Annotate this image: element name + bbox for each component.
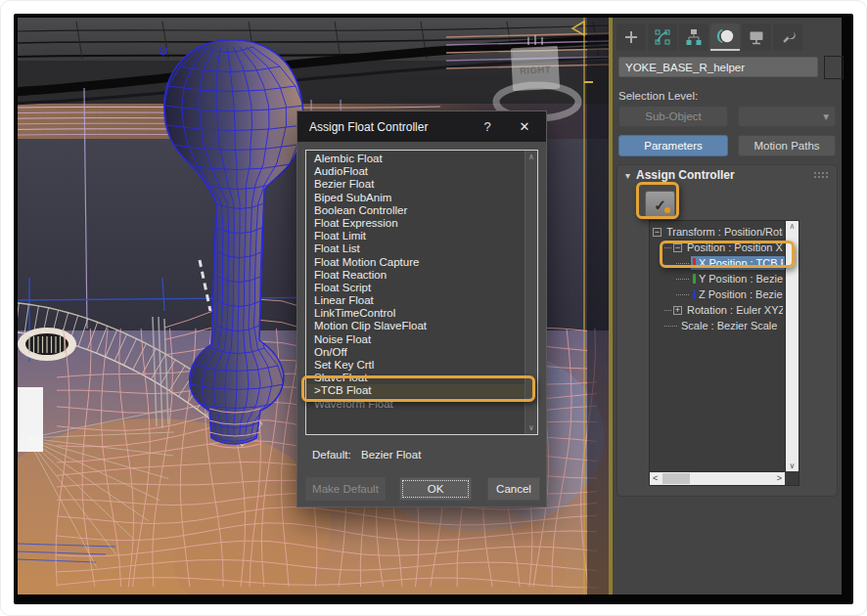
hscroll-thumb[interactable] — [662, 473, 690, 484]
scroll-up-icon[interactable]: ∧ — [786, 222, 799, 231]
tree-item-label: Y Position : Bezier Float — [699, 273, 783, 285]
axis-color-marker — [693, 274, 696, 284]
axis-color-marker — [693, 289, 696, 299]
list-item[interactable]: Linear Float — [306, 294, 525, 307]
tree-item[interactable]: Y Position : Bezier Float — [650, 271, 785, 286]
chevron-down-icon: ▾ — [823, 110, 829, 123]
controller-list: Alembic FloatAudioFloatBezier FloatBiped… — [305, 150, 538, 435]
list-item[interactable]: Float Limit — [306, 230, 525, 242]
tree-item-label: Scale : Bezier Scale — [681, 320, 777, 331]
assign-float-controller-dialog: Assign Float Controller ? ✕ Alembic Floa… — [297, 110, 547, 507]
object-color-swatch[interactable] — [824, 56, 844, 79]
list-item[interactable]: Set Key Crtl — [306, 359, 525, 372]
tree-item-label: Position : Position XYZ — [687, 242, 783, 253]
cancel-button[interactable]: Cancel — [487, 477, 540, 501]
tree-item[interactable]: Z Position : Bezier Float — [650, 286, 785, 302]
list-vscrollbar[interactable]: ∧ ∨ — [525, 151, 537, 434]
list-item[interactable]: Boolean Controller — [306, 204, 525, 217]
tree-item[interactable]: −Position : Position XYZ — [650, 240, 785, 255]
parameters-button[interactable]: Parameters — [618, 135, 728, 156]
ok-button[interactable]: OK — [399, 477, 472, 501]
list-item[interactable]: Float Motion Capture — [306, 256, 525, 269]
list-item[interactable]: Noise Float — [306, 333, 525, 346]
object-name-field[interactable] — [618, 57, 818, 77]
minus-expander-icon[interactable]: − — [673, 243, 682, 252]
assign-controller-button[interactable]: ✓ — [645, 191, 675, 218]
close-button[interactable]: ✕ — [515, 119, 534, 134]
list-item[interactable]: Float List — [306, 242, 525, 255]
controller-tree-rows: −Transform : Position/Rotation/Scale−Pos… — [650, 221, 785, 471]
tab-modify[interactable] — [648, 23, 677, 51]
tree-hscrollbar[interactable]: < > — [650, 471, 785, 485]
tree-item[interactable]: X Position : TCB Float — [650, 255, 785, 271]
plus-icon — [622, 28, 640, 46]
list-item[interactable]: Biped SubAnim — [306, 192, 525, 204]
list-item[interactable]: Alembic Float — [306, 153, 525, 165]
list-item[interactable]: Float Expression — [306, 217, 525, 230]
scrollbar-corner — [785, 471, 799, 485]
tree-item[interactable]: −Transform : Position/Rotation/Scale — [650, 224, 785, 240]
dialog-titlebar[interactable]: Assign Float Controller ? ✕ — [297, 111, 546, 142]
controller-list-items: Alembic FloatAudioFloatBezier FloatBiped… — [306, 153, 525, 411]
list-item[interactable]: >TCB Float — [306, 384, 525, 397]
dialog-title: Assign Float Controller — [309, 120, 428, 134]
sub-object-button[interactable]: Sub-Object — [618, 106, 728, 127]
list-item[interactable]: Motion Clip SlaveFloat — [306, 320, 525, 332]
selection-level-dropdown[interactable]: ▾ — [738, 106, 836, 127]
rollout-header[interactable]: ▾ Assign Controller — [617, 165, 837, 185]
display-icon — [748, 28, 765, 46]
controller-tree: −Transform : Position/Rotation/Scale−Pos… — [649, 220, 799, 486]
minus-expander-icon[interactable]: − — [653, 228, 662, 237]
wrench-icon — [779, 28, 797, 46]
tab-display[interactable] — [742, 23, 771, 51]
motion-icon — [715, 27, 735, 45]
scroll-up-icon[interactable]: ∧ — [525, 153, 537, 161]
tree-item-label: Rotation : Euler XYZ — [687, 304, 783, 316]
command-panel: Selection Level: Sub-Object ▾ Parameters… — [613, 18, 842, 594]
scroll-left-icon[interactable]: < — [653, 473, 658, 483]
default-row: Default: Bezier Float — [312, 449, 421, 461]
tree-item-label: X Position : TCB Float — [699, 257, 783, 269]
assign-controller-rollout: ▾ Assign Controller ✓ −Transform : Posit… — [616, 164, 838, 497]
scroll-down-icon[interactable]: ∨ — [525, 423, 537, 432]
plus-expander-icon[interactable]: + — [673, 306, 682, 315]
list-item[interactable]: SlaveFloat — [306, 372, 525, 384]
make-default-button[interactable]: Make Default — [305, 477, 386, 501]
tab-utilities[interactable] — [773, 23, 802, 51]
modify-icon — [654, 28, 671, 46]
list-item[interactable]: Bezier Float — [306, 178, 525, 191]
list-item[interactable]: Float Reaction — [306, 269, 525, 282]
tree-item-label: Z Position : Bezier Float — [699, 288, 783, 300]
list-item[interactable]: Waveform Float — [306, 398, 525, 411]
tab-create[interactable] — [616, 23, 646, 51]
rollout-grip-icon[interactable] — [813, 171, 829, 180]
hierarchy-icon — [685, 28, 703, 46]
selection-level-label: Selection Level: — [618, 90, 698, 102]
list-item[interactable]: LinkTimeControl — [306, 307, 525, 320]
rollout-collapse-arrow[interactable]: ▾ — [625, 170, 630, 181]
tab-hierarchy[interactable] — [679, 23, 708, 51]
command-panel-tabs — [616, 23, 802, 51]
white-panel-object — [18, 387, 43, 452]
tree-item[interactable]: +Rotation : Euler XYZ — [650, 302, 785, 318]
tree-item-label: Transform : Position/Rotation/Scale — [666, 226, 783, 238]
motion-paths-button[interactable]: Motion Paths — [738, 135, 836, 156]
default-value: Bezier Float — [361, 449, 421, 461]
tree-item[interactable]: Scale : Bezier Scale — [650, 318, 785, 333]
orange-dot-icon — [664, 207, 670, 213]
list-item[interactable]: Float Script — [306, 282, 525, 294]
default-label: Default: — [312, 449, 361, 461]
gizmo-label: RIGHT — [520, 64, 552, 76]
list-item[interactable]: On/Off — [306, 346, 525, 359]
tree-vscrollbar[interactable]: ∧ ∨ — [785, 221, 799, 471]
axis-color-marker — [693, 258, 696, 268]
list-item[interactable]: AudioFloat — [306, 165, 525, 178]
scroll-right-icon[interactable]: > — [777, 473, 782, 483]
scroll-down-icon[interactable]: ∨ — [786, 462, 799, 470]
help-button[interactable]: ? — [478, 119, 497, 134]
tab-motion[interactable] — [710, 23, 740, 51]
screenshot-card: RIGHT — [0, 0, 867, 616]
rollout-title: Assign Controller — [636, 168, 735, 182]
